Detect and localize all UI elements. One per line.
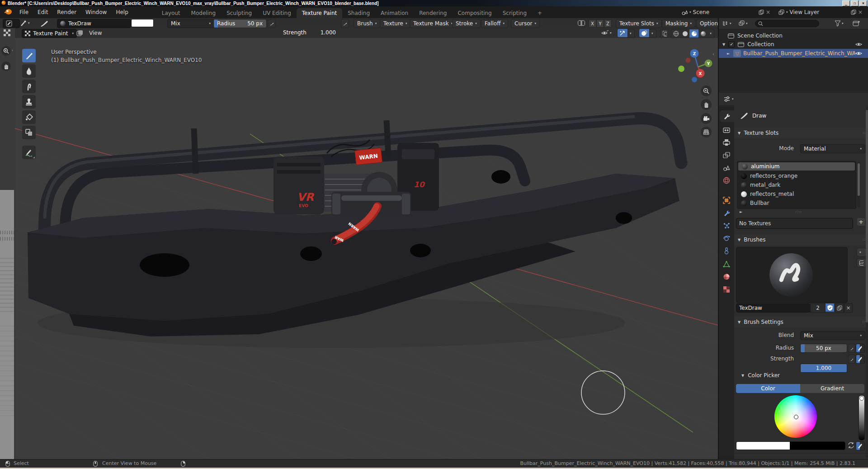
mirror-y-toggle[interactable]: Y [596,19,604,28]
outliner-row-scene-collection[interactable]: Scene Collection [728,33,783,39]
shading-material-button[interactable] [689,29,698,38]
unlink-scene-icon[interactable]: × [766,9,770,15]
shading-solid-button[interactable] [680,31,689,37]
tool-annotate-button[interactable] [22,146,36,159]
fake-user-toggle[interactable] [826,303,834,312]
object-visibility-eye-icon[interactable] [855,51,862,56]
menu-edit[interactable]: Edit [33,6,52,18]
brush-custom-icon-button[interactable] [857,258,866,267]
popover-texture-mask[interactable]: Texture Mask▾ [410,19,456,28]
tab-texture[interactable] [723,286,730,293]
swap-colors-icon[interactable] [848,442,854,449]
primary-secondary-color-swatch[interactable] [736,441,845,450]
object-name-label[interactable]: Bullbar_Push_Bumper_Electric_Winch_WARN [743,50,855,57]
menu-help[interactable]: Help [111,6,132,18]
gizmos-dropdown[interactable]: ▾ [627,29,635,38]
tab-scene[interactable] [723,164,730,171]
radius-pressure-curve-button[interactable] [268,19,276,28]
collection-label[interactable]: Collection [747,41,774,47]
tool-clone-button[interactable] [22,95,36,109]
remove-view-layer-icon[interactable]: × [858,9,863,15]
tool-draw-button[interactable] [22,49,36,62]
zoom-gizmo-button[interactable] [1,46,11,56]
mirror-x-toggle[interactable]: X [589,19,596,28]
slot-list-resize-grip[interactable]: ∷∷ [796,210,802,214]
tab-texture-paint[interactable]: Texture Paint [297,8,342,18]
outliner-row-collection[interactable]: ▼ ✓ Collection [722,41,774,47]
brush-preset-selector[interactable]: ▾ [20,19,30,27]
popover-masking[interactable]: Masking▾ [662,19,695,28]
strength-slider[interactable]: 1.000 [800,364,847,373]
color-picker-subpanel-header[interactable]: ▼ Color Picker [741,372,780,379]
collection-checkbox[interactable]: ✓ [728,41,735,47]
outliner-display-mode[interactable]: ▾ [722,20,731,26]
tab-rendering[interactable]: Rendering [414,8,452,18]
viewport-grid-button[interactable] [701,127,712,137]
scene-collection-label[interactable]: Scene Collection [737,33,783,39]
panel-expand-arrow[interactable]: ▼ [741,374,744,378]
gradient-tab-button[interactable]: Gradient [800,384,864,393]
popover-cursor[interactable]: Cursor▾ [511,19,540,28]
brush-icon[interactable] [40,20,49,27]
menu-window[interactable]: Window [81,6,111,18]
tab-uv-editing[interactable]: UV Editing [257,8,297,18]
radius-slider[interactable]: Radius 50 px [213,19,267,28]
collapse-region-arrow[interactable]: ‹ [12,48,14,52]
color-tab-button[interactable]: Color [736,384,800,393]
strength-curve-button[interactable] [848,355,855,364]
view-layer-name[interactable]: View Layer [790,9,849,15]
tool-mask-button[interactable] [22,126,36,139]
new-collection-button[interactable] [853,20,860,28]
popover-texture[interactable]: Texture▾ [380,19,410,28]
add-view-layer-icon[interactable] [851,9,856,15]
popover-texture-slots[interactable]: Texture Slots▾ [616,19,662,28]
tab-tool[interactable] [723,113,730,120]
outliner-search-field[interactable] [755,20,819,27]
properties-header[interactable]: ▾ [723,96,734,102]
shading-wireframe-button[interactable] [671,31,680,37]
duplicate-scene-icon[interactable] [759,9,764,15]
primary-color[interactable] [736,442,790,450]
unlink-brush-button[interactable]: × [844,303,853,313]
collection-visibility-eye-icon[interactable] [855,42,862,47]
sidebar-collapse-arrow[interactable]: ‹ [712,52,714,57]
outliner-row-object-selected[interactable]: ► ▽ Bullbar_Push_Bumper_Electric_Winch_W… [719,49,868,58]
slot-reflectors-orange[interactable]: reflectors_orange [737,171,856,180]
tab-shading[interactable]: Shading [342,8,375,18]
outliner-filter-button[interactable]: ▾ [835,20,844,26]
viewport-canvas[interactable]: WARN VR EVO 10 WARN WAR [15,38,718,459]
navigation-axis-gizmo[interactable]: Z Y X [678,48,718,88]
tab-object[interactable] [723,197,730,204]
tab-world[interactable] [723,177,730,184]
view-menu[interactable]: View [89,30,102,36]
blender-logo-icon[interactable] [4,9,12,16]
menu-render[interactable]: Render [52,6,81,18]
popover-falloff[interactable]: Falloff▾ [481,19,508,28]
strength-pressure-toggle[interactable] [856,355,865,364]
tab-physics[interactable] [723,235,730,242]
tab-output[interactable] [723,139,730,146]
slot-aluminium[interactable]: aluminium [738,162,855,171]
menu-file[interactable]: File [15,6,33,18]
shading-rendered-button[interactable] [698,31,708,37]
strength-pressure-curve-button[interactable] [341,19,349,28]
slot-metal-dark[interactable]: metal_dark [737,180,856,189]
radius-pressure-toggle[interactable] [856,344,865,353]
active-tool-icon-box[interactable] [3,19,20,28]
tab-animation[interactable]: Animation [375,8,414,18]
tab-material[interactable] [723,273,730,280]
outliner-filter-display[interactable]: ▾ [739,20,748,26]
image-paint-slot-icon[interactable] [76,30,84,36]
slot-bullbar[interactable]: Bullbar [737,199,856,208]
panel-expand-arrow[interactable]: ▼ [738,238,741,242]
tab-modifiers[interactable] [723,209,730,217]
tab-scripting[interactable]: Scripting [497,8,532,18]
brush-name-value[interactable]: TexDraw [739,305,762,311]
view-layer-selector[interactable]: ▾ View Layer × [777,8,864,16]
radius-slider[interactable]: 50 px [800,344,847,353]
brush-color-swatch[interactable] [131,19,154,27]
viewport-zoom-button[interactable] [701,85,712,96]
pan-gizmo-button[interactable] [1,62,11,71]
panel-expand-arrow[interactable]: ▼ [738,131,741,135]
texture-slots-panel-header[interactable]: ▼ Texture Slots ∷∷ [734,128,868,138]
